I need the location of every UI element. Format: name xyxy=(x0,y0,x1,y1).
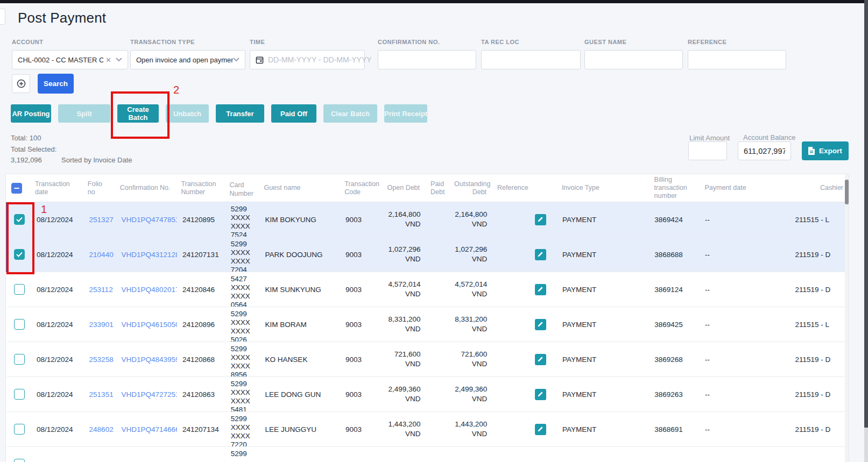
action-button[interactable]: Transfer xyxy=(216,104,264,123)
table-row[interactable]: 08/12/2024 253258 VHD1PQ4843959 24120868… xyxy=(6,342,849,377)
folio-no-link[interactable]: 251351 xyxy=(84,377,116,411)
header-open-debt[interactable]: Open Debt xyxy=(378,184,425,192)
header-invoice-type[interactable]: Invoice Type xyxy=(554,184,649,192)
edit-reference-icon[interactable] xyxy=(535,284,546,295)
folio-no-link[interactable] xyxy=(84,447,116,462)
header-payment-date[interactable]: Payment date xyxy=(699,184,789,192)
header-cashier[interactable]: Cashier xyxy=(789,184,849,192)
action-button[interactable]: AR Posting xyxy=(11,104,51,123)
transaction-date-cell: 08/12/2024 xyxy=(31,412,84,446)
action-button[interactable]: Print Receipt xyxy=(384,104,427,123)
confirmation-no-link[interactable]: VHD1PQ4714666 xyxy=(116,412,177,446)
page-scrollbar-thumb[interactable] xyxy=(864,0,868,428)
clear-account-icon[interactable]: ✕ xyxy=(105,56,111,64)
header-guest-name[interactable]: Guest name xyxy=(258,184,339,192)
header-card-number[interactable]: Card Number xyxy=(224,178,258,198)
row-checkbox[interactable] xyxy=(14,284,25,295)
row-checkbox[interactable] xyxy=(14,424,25,435)
payment-date-cell: -- xyxy=(700,342,789,376)
pencil-icon xyxy=(537,321,544,328)
row-checkbox[interactable] xyxy=(14,354,25,365)
limit-amount-input[interactable] xyxy=(694,147,721,155)
table-row[interactable]: 08/12/2024 210440 VHD1PQ4312128 24120713… xyxy=(6,237,849,272)
table-scrollbar-thumb[interactable] xyxy=(845,180,849,204)
header-transaction-date[interactable]: Transaction date xyxy=(30,180,82,196)
select-all-checkbox[interactable] xyxy=(11,183,22,194)
reference-cell xyxy=(492,447,555,462)
edit-reference-icon[interactable] xyxy=(535,249,546,260)
table-row[interactable]: 5299 xyxy=(6,447,849,462)
header-paid-debt[interactable]: Paid Debt xyxy=(425,180,449,196)
confirmation-no-input[interactable] xyxy=(384,56,470,64)
header-outstanding-debt[interactable]: Outstanding Debt xyxy=(449,180,492,196)
table-row[interactable]: 08/12/2024 233901 VHD1PQ4615050 24120896… xyxy=(6,307,849,342)
billing-transaction-number-cell: 3869268 xyxy=(649,342,700,376)
account-balance-input[interactable] xyxy=(744,147,785,155)
folio-no-link[interactable]: 248602 xyxy=(84,412,116,446)
folio-no-link[interactable]: 253258 xyxy=(84,342,116,376)
folio-no-link[interactable]: 253112 xyxy=(84,272,116,307)
edit-reference-icon[interactable] xyxy=(535,354,546,365)
table-row[interactable]: 08/12/2024 253112 VHD1PQ4802017 24120846… xyxy=(6,272,849,307)
row-checkbox[interactable] xyxy=(14,319,25,330)
confirmation-no-link[interactable]: VHD1PQ4843959 xyxy=(116,342,177,376)
row-checkbox[interactable] xyxy=(14,249,25,260)
header-reference[interactable]: Reference xyxy=(492,184,554,192)
transaction-type-select[interactable]: Open invoice and open payment xyxy=(130,50,245,69)
folio-no-link[interactable]: 210440 xyxy=(84,237,116,272)
outstanding-debt-cell: 1,027,296VND xyxy=(450,237,493,272)
table-row[interactable]: 08/12/2024 251327 VHD1PQ4747851 24120895… xyxy=(6,202,849,237)
guest-name-input[interactable] xyxy=(590,56,677,64)
page-title: Post Payment xyxy=(18,10,106,26)
export-button[interactable]: Export xyxy=(802,141,849,160)
header-transaction-code[interactable]: Transaction Code xyxy=(339,180,378,196)
billing-transaction-number-cell: 3869424 xyxy=(649,202,700,237)
action-button[interactable]: Split xyxy=(58,104,110,123)
confirmation-no-link[interactable]: VHD1PQ4747851 xyxy=(116,202,177,237)
action-button[interactable]: Unbatch xyxy=(166,104,209,123)
chevron-down-icon[interactable] xyxy=(233,58,239,62)
folio-no-link[interactable]: 233901 xyxy=(84,307,116,342)
chevron-down-icon[interactable] xyxy=(116,58,122,62)
billing-transaction-number-cell: 3868691 xyxy=(649,412,700,446)
edit-reference-icon[interactable] xyxy=(535,214,546,225)
row-checkbox[interactable] xyxy=(14,214,25,225)
confirmation-no-link[interactable]: VHD1PQ4312128 xyxy=(116,237,177,272)
cashier-cell: 211519 - D xyxy=(789,272,849,307)
action-button[interactable]: Paid Off xyxy=(271,104,316,123)
open-debt-cell: 2,499,360VND xyxy=(379,377,426,411)
advanced-filter-button[interactable] xyxy=(12,74,30,93)
row-checkbox[interactable] xyxy=(14,459,25,462)
header-confirmation-no[interactable]: Confirmation No. xyxy=(115,184,176,192)
edit-reference-icon[interactable] xyxy=(535,389,546,400)
row-checkbox[interactable] xyxy=(14,389,25,400)
confirmation-no-link[interactable] xyxy=(116,447,177,462)
edit-reference-icon[interactable] xyxy=(535,424,546,435)
paid-debt-cell xyxy=(426,447,450,462)
confirmation-no-link[interactable]: VHD1PQ4802017 xyxy=(116,272,177,307)
card-number-cell: 5299XXXXXXXX5026 xyxy=(225,307,260,342)
search-button[interactable]: Search xyxy=(38,74,74,94)
pencil-icon xyxy=(537,426,544,432)
table-row[interactable]: 08/12/2024 251351 VHD1PQ4727251 24120863… xyxy=(6,377,849,412)
header-transaction-number[interactable]: Transaction Number xyxy=(176,180,224,196)
table-row[interactable]: 08/12/2024 248602 VHD1PQ4714666 24120713… xyxy=(6,412,849,447)
header-billing-transaction-number[interactable]: Billing transaction number xyxy=(649,176,700,200)
account-select[interactable]: CHL-0002 - CC MASTER C... ✕ xyxy=(12,50,128,69)
folio-no-link[interactable]: 251327 xyxy=(84,202,116,237)
outstanding-debt-cell: 721,600VND xyxy=(450,342,493,376)
header-folio-no[interactable]: Folio no xyxy=(82,180,115,196)
table-scrollbar[interactable] xyxy=(845,174,849,462)
confirmation-no-link[interactable]: VHD1PQ4727251 xyxy=(116,377,177,411)
payments-table: Transaction date Folio no Confirmation N… xyxy=(5,174,849,462)
time-range-input[interactable]: DD-MM-YYYY - DD-MM-YYYY xyxy=(250,50,365,69)
action-button[interactable]: Clear Batch xyxy=(323,104,377,123)
guest-name-cell: KIM BOKYUNG xyxy=(260,202,340,237)
action-button[interactable]: Create Batch xyxy=(117,104,159,123)
edit-reference-icon[interactable] xyxy=(535,319,546,330)
ta-rec-loc-input[interactable] xyxy=(487,56,575,64)
page-scrollbar[interactable] xyxy=(864,0,868,462)
reference-input[interactable] xyxy=(694,56,780,64)
confirmation-no-link[interactable]: VHD1PQ4615050 xyxy=(116,307,177,342)
annotation-step-2: 2 xyxy=(173,84,179,96)
